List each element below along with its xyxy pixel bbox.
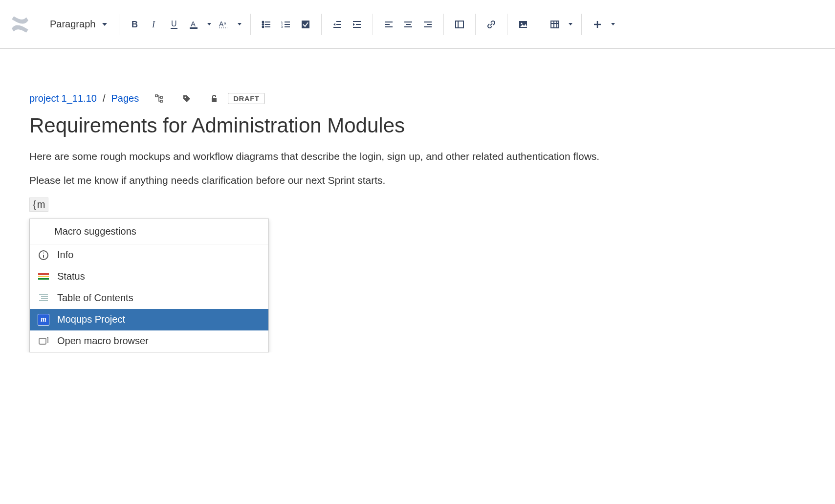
more-formatting-dropdown[interactable] <box>235 16 243 33</box>
svg-rect-41 <box>551 21 559 28</box>
svg-point-9 <box>263 21 264 22</box>
breadcrumb-separator: / <box>103 93 106 104</box>
svg-point-11 <box>263 23 264 25</box>
svg-rect-37 <box>456 21 463 28</box>
macro-item-label: Moqups Project <box>57 314 125 325</box>
macro-item-moqups[interactable]: m Moqups Project <box>30 309 268 330</box>
svg-rect-62 <box>39 338 46 344</box>
svg-text:3: 3 <box>281 25 283 28</box>
macro-item-info[interactable]: Info <box>30 244 268 266</box>
svg-text:B: B <box>132 20 138 29</box>
macro-suggestions-dropdown: Macro suggestions Info Status Table of C… <box>29 219 269 352</box>
svg-text:A: A <box>219 20 224 28</box>
macro-item-label: Open macro browser <box>57 335 149 347</box>
align-center-button[interactable] <box>399 16 417 33</box>
draft-badge: DRAFT <box>228 93 264 104</box>
more-formatting-button[interactable]: Aa <box>215 16 233 33</box>
macro-item-label: Info <box>57 249 73 261</box>
svg-rect-57 <box>38 278 49 280</box>
align-right-button[interactable] <box>419 16 437 33</box>
outdent-button[interactable] <box>329 16 346 33</box>
svg-rect-51 <box>212 98 217 102</box>
toolbar-separator <box>373 14 373 35</box>
body-paragraph[interactable]: Here are some rough mockups and workflow… <box>29 149 806 163</box>
breadcrumb-pages-link[interactable]: Pages <box>111 93 139 104</box>
text-color-dropdown[interactable] <box>204 16 213 33</box>
svg-rect-47 <box>155 95 157 97</box>
svg-point-13 <box>263 26 264 27</box>
svg-text:U: U <box>171 20 177 28</box>
toolbar-separator <box>475 14 476 35</box>
macro-input-value: m <box>37 199 45 210</box>
paragraph-style-select[interactable]: Paragraph <box>45 19 112 30</box>
svg-rect-56 <box>38 276 49 277</box>
text-color-button[interactable]: A <box>185 16 202 33</box>
paragraph-style-label: Paragraph <box>50 19 95 30</box>
body-paragraph[interactable]: Please let me know if anything needs cla… <box>29 173 806 187</box>
browser-icon <box>38 335 49 347</box>
underline-button[interactable]: U <box>165 16 183 33</box>
macro-suggestions-header: Macro suggestions <box>30 219 268 244</box>
macro-autocomplete-input[interactable]: { m <box>29 197 48 212</box>
svg-rect-55 <box>38 273 49 275</box>
svg-rect-49 <box>160 100 162 102</box>
confluence-logo[interactable] <box>10 14 30 35</box>
svg-rect-21 <box>302 21 309 28</box>
toolbar-separator <box>119 14 119 35</box>
italic-button[interactable]: I <box>146 16 163 33</box>
svg-point-50 <box>185 96 186 98</box>
macro-brace: { <box>33 199 36 210</box>
align-left-button[interactable] <box>380 16 397 33</box>
chevron-down-icon <box>238 23 242 25</box>
toolbar-separator <box>539 14 539 35</box>
breadcrumb: project 1_11.10 / Pages DRAFT <box>29 93 806 104</box>
toc-icon <box>38 292 49 304</box>
macro-item-label: Status <box>57 271 85 282</box>
editor-toolbar: Paragraph B I U A Aa 123 <box>0 0 835 49</box>
macro-item-status[interactable]: Status <box>30 266 268 287</box>
page-title[interactable]: Requirements for Administration Modules <box>29 114 806 137</box>
svg-rect-5 <box>190 27 198 29</box>
svg-point-54 <box>43 252 44 253</box>
page-tree-icon[interactable] <box>154 94 164 104</box>
svg-text:a: a <box>224 21 226 25</box>
page-layout-button[interactable] <box>451 16 468 33</box>
restrictions-icon[interactable] <box>209 94 219 104</box>
table-button[interactable] <box>546 16 564 33</box>
macro-item-label: Table of Contents <box>57 292 133 304</box>
macro-item-toc[interactable]: Table of Contents <box>30 287 268 309</box>
editor-content: project 1_11.10 / Pages DRAFT Requiremen… <box>0 49 835 352</box>
bullet-list-button[interactable] <box>258 16 275 33</box>
chevron-down-icon <box>611 23 615 25</box>
toolbar-separator <box>581 14 582 35</box>
toolbar-separator <box>507 14 507 35</box>
task-list-button[interactable] <box>297 16 314 33</box>
bold-button[interactable]: B <box>126 16 144 33</box>
numbered-list-button[interactable]: 123 <box>277 16 295 33</box>
svg-text:A: A <box>191 20 196 28</box>
insert-more-dropdown[interactable] <box>608 16 617 33</box>
breadcrumb-space-link[interactable]: project 1_11.10 <box>29 93 97 104</box>
toolbar-separator <box>443 14 444 35</box>
chevron-down-icon <box>569 23 572 25</box>
chevron-down-icon <box>207 23 211 25</box>
chevron-down-icon <box>102 23 107 26</box>
macro-item-open-browser[interactable]: Open macro browser <box>30 330 268 352</box>
status-icon <box>38 271 49 283</box>
insert-more-button[interactable] <box>589 16 606 33</box>
link-button[interactable] <box>483 16 500 33</box>
image-button[interactable] <box>514 16 532 33</box>
svg-point-40 <box>521 22 523 24</box>
moqups-icon: m <box>38 314 49 326</box>
toolbar-separator <box>321 14 322 35</box>
indent-button[interactable] <box>348 16 366 33</box>
svg-text:I: I <box>152 20 155 29</box>
svg-rect-48 <box>160 96 162 98</box>
labels-icon[interactable] <box>182 94 192 104</box>
table-dropdown[interactable] <box>566 16 574 33</box>
toolbar-separator <box>250 14 251 35</box>
info-icon <box>38 249 49 261</box>
